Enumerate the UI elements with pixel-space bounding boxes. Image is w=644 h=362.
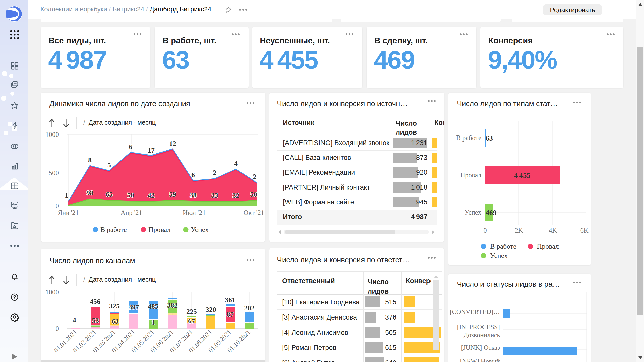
- svg-text:320: 320: [206, 306, 216, 313]
- svg-text:202: 202: [244, 304, 255, 312]
- svg-text:50: 50: [250, 190, 257, 198]
- svg-text:67: 67: [188, 317, 195, 325]
- svg-text:[CONVERTED]…: [CONVERTED]…: [450, 308, 500, 315]
- svg-text:[NEW] Новый: [NEW] Новый: [460, 358, 500, 362]
- svg-text:В работе: В работе: [490, 242, 516, 250]
- svg-text:Дозвонились: Дозвонились: [464, 331, 500, 339]
- svg-text:5: 5: [107, 161, 111, 169]
- svg-text:98: 98: [86, 189, 93, 197]
- svg-text:59: 59: [169, 190, 176, 198]
- svg-text:В работе: В работе: [100, 225, 127, 233]
- svg-text:1000: 1000: [45, 288, 59, 296]
- svg-text:1: 1: [151, 319, 155, 326]
- svg-text:53: 53: [92, 316, 99, 324]
- svg-text:33: 33: [211, 191, 218, 199]
- svg-text:87: 87: [227, 310, 234, 318]
- svg-text:42: 42: [148, 191, 155, 199]
- svg-text:469: 469: [486, 209, 497, 217]
- svg-text:[JUNK] Отказ: [JUNK] Отказ: [461, 344, 500, 351]
- svg-text:485: 485: [148, 302, 158, 310]
- svg-text:Июл '21: Июл '21: [183, 209, 206, 216]
- svg-text:1: 1: [65, 191, 68, 199]
- svg-text:Провал: Провал: [537, 242, 559, 250]
- svg-text:361: 361: [225, 296, 235, 304]
- svg-text:2K: 2K: [515, 227, 524, 234]
- svg-text:32: 32: [232, 192, 239, 199]
- svg-text:[IN_PROCESS]: [IN_PROCESS]: [457, 323, 500, 331]
- svg-text:397: 397: [129, 303, 139, 311]
- svg-text:325: 325: [109, 302, 120, 310]
- svg-text:382: 382: [167, 301, 178, 309]
- svg-text:Провал: Провал: [460, 171, 481, 179]
- svg-text:4 455: 4 455: [514, 171, 530, 179]
- svg-text:456: 456: [90, 298, 100, 305]
- svg-text:0: 0: [56, 202, 59, 210]
- svg-text:225: 225: [186, 308, 197, 315]
- svg-text:65: 65: [106, 190, 113, 198]
- svg-text:Успех: Успех: [490, 252, 508, 259]
- svg-text:6K: 6K: [580, 227, 589, 234]
- svg-text:Успех: Успех: [191, 225, 209, 233]
- svg-text:В работе: В работе: [456, 134, 481, 142]
- svg-text:1000: 1000: [45, 131, 59, 138]
- svg-text:Окт '21: Окт '21: [244, 209, 264, 216]
- svg-text:Провал: Провал: [148, 225, 171, 233]
- svg-text:Апр '21: Апр '21: [120, 209, 142, 216]
- svg-text:50: 50: [127, 191, 134, 199]
- svg-text:500: 500: [49, 169, 59, 177]
- svg-text:6: 6: [191, 171, 195, 179]
- svg-text:6: 6: [129, 143, 132, 151]
- svg-text:63: 63: [112, 317, 119, 325]
- svg-text:Успех: Успех: [465, 209, 482, 216]
- svg-text:8: 8: [88, 156, 92, 164]
- svg-text:17: 17: [148, 146, 155, 154]
- svg-text:4: 4: [73, 316, 76, 324]
- svg-text:38: 38: [190, 191, 197, 199]
- svg-text:0: 0: [56, 325, 59, 332]
- svg-text:12: 12: [169, 140, 176, 147]
- svg-text:2: 2: [213, 169, 216, 176]
- svg-text:2: 2: [253, 173, 256, 180]
- svg-text:63: 63: [486, 134, 493, 142]
- svg-text:4: 4: [234, 159, 238, 167]
- svg-text:Янв '21: Янв '21: [58, 209, 79, 216]
- svg-text:4K: 4K: [549, 227, 557, 234]
- svg-text:0: 0: [483, 227, 487, 234]
